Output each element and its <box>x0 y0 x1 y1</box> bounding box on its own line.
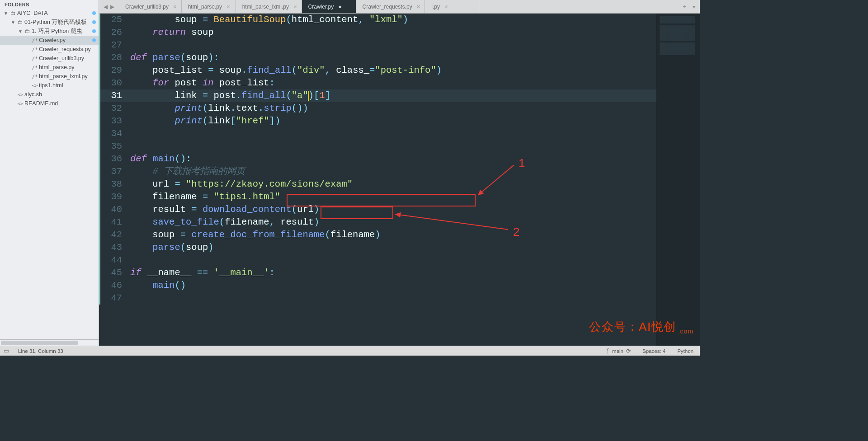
code-line[interactable]: main() <box>128 279 656 292</box>
code-line[interactable]: # 下载报考指南的网页 <box>128 165 656 178</box>
indent-setting[interactable]: Spaces: 4 <box>640 348 668 354</box>
dirty-dot-icon <box>92 29 96 33</box>
line-number[interactable]: 29 <box>100 64 128 77</box>
code-line[interactable]: post_list = soup.find_all("div", class_=… <box>128 64 656 77</box>
file-icon: /* <box>31 65 39 70</box>
code-line[interactable] <box>128 140 656 153</box>
code-line[interactable] <box>128 127 656 140</box>
sidebar-hscrollbar[interactable] <box>0 339 99 346</box>
tab[interactable]: Crawler_requests.py× <box>356 0 425 13</box>
tab-label: Crawler_requests.py <box>363 4 412 10</box>
tab-close-icon[interactable]: × <box>226 3 230 10</box>
code-line[interactable]: if __name__ == '__main__': <box>128 267 656 279</box>
editor[interactable]: 25 soup = BeautifulSoup(html_content, "l… <box>99 14 700 346</box>
line-number[interactable]: 34 <box>100 127 128 140</box>
tab-close-icon[interactable]: × <box>417 3 420 10</box>
tab-history-nav[interactable]: ◀ ▶ <box>99 0 119 13</box>
tree-file[interactable]: /*Crawler.py <box>0 36 99 45</box>
code-line[interactable]: print(link.text.strip()) <box>128 102 656 115</box>
line-number[interactable]: 25 <box>100 14 128 26</box>
tree-file[interactable]: /*Crawler_urllib3.py <box>0 54 99 63</box>
tab-close-icon[interactable]: × <box>173 3 177 10</box>
nav-forward-icon[interactable]: ▶ <box>110 4 114 10</box>
tree-file[interactable]: <>README.md <box>0 99 99 108</box>
tab[interactable]: html_parse.py× <box>182 0 236 13</box>
line-number[interactable]: 39 <box>100 191 128 203</box>
tab-menu-icon[interactable]: ▾ <box>693 4 695 10</box>
code-line[interactable]: return soup <box>128 26 656 39</box>
sidebar: FOLDERS ▼🗀AIYC_DATA▼🗀01-Python 万能代码模板▼🗀1… <box>0 0 99 346</box>
line-number[interactable]: 35 <box>100 140 128 153</box>
code-line[interactable] <box>128 254 656 267</box>
tree-item-label: tips1.html <box>39 82 96 89</box>
line-number[interactable]: 46 <box>100 279 128 292</box>
nav-back-icon[interactable]: ◀ <box>104 4 108 10</box>
dirty-dot-icon <box>92 11 96 15</box>
tab-dirty-icon[interactable]: ● <box>338 3 342 10</box>
line-number[interactable]: 32 <box>100 102 128 115</box>
tab[interactable]: Crawler_urllib3.py× <box>119 0 182 13</box>
tree-file[interactable]: /*html_parse_lxml.py <box>0 72 99 81</box>
tree-file[interactable]: /*Crawler_requests.py <box>0 45 99 54</box>
line-number[interactable]: 38 <box>100 178 128 191</box>
code-line[interactable]: save_to_file(filename, result) <box>128 216 656 229</box>
tree-folder[interactable]: ▼🗀AIYC_DATA <box>0 9 99 18</box>
tab-label: l.py <box>431 4 440 10</box>
line-number[interactable]: 37 <box>100 165 128 178</box>
new-tab-icon[interactable]: ＋ <box>682 3 687 10</box>
disclosure-icon[interactable]: ▼ <box>17 29 24 34</box>
minimap[interactable] <box>656 14 700 346</box>
menu-icon[interactable]: ▭ <box>4 347 9 354</box>
code-line[interactable]: link = post.find_all("a")[1] <box>128 89 656 102</box>
line-number[interactable]: 43 <box>100 241 128 254</box>
code-line[interactable]: def main(): <box>128 153 656 165</box>
tree-file[interactable]: /*html_parse.py <box>0 63 99 72</box>
code-line[interactable] <box>128 39 656 52</box>
line-number[interactable]: 26 <box>100 26 128 39</box>
tree-item-label: html_parse.py <box>39 64 96 70</box>
tab-close-icon[interactable]: × <box>293 3 297 10</box>
tree-file[interactable]: <>tips1.html <box>0 81 99 90</box>
line-number[interactable]: 45 <box>100 267 128 279</box>
code-line[interactable]: soup = create_doc_from_filename(filename… <box>128 229 656 241</box>
tab[interactable]: l.py× <box>425 0 479 13</box>
code-line[interactable]: result = download_content(url) <box>128 203 656 216</box>
code-line[interactable]: url = "https://zkaoy.com/sions/exam" <box>128 178 656 191</box>
tree-file[interactable]: <>aiyc.sh <box>0 90 99 99</box>
tree-folder[interactable]: ▼🗀01-Python 万能代码模板 <box>0 18 99 27</box>
code-line[interactable]: filename = "tips1.html" <box>128 191 656 203</box>
syntax-language[interactable]: Python <box>675 348 696 354</box>
line-number[interactable]: 36 <box>100 153 128 165</box>
watermark: 公众号：AI悦创.com <box>589 319 693 335</box>
folder-tree[interactable]: ▼🗀AIYC_DATA▼🗀01-Python 万能代码模板▼🗀1. 巧用 Pyt… <box>0 9 99 339</box>
file-icon: /* <box>31 38 39 43</box>
code-line[interactable]: def parse(soup): <box>128 52 656 64</box>
tree-item-label: html_parse_lxml.py <box>39 73 96 80</box>
line-number[interactable]: 33 <box>100 115 128 127</box>
line-number[interactable]: 30 <box>100 77 128 89</box>
line-number[interactable]: 40 <box>100 203 128 216</box>
tab[interactable]: html_parse_lxml.py× <box>236 0 302 13</box>
code-line[interactable]: for post in post_list: <box>128 77 656 89</box>
git-branch[interactable]: ᚶ main ⟳ <box>603 347 633 355</box>
tree-folder[interactable]: ▼🗀1. 巧用 Python 爬虫, <box>0 27 99 36</box>
line-number[interactable]: 47 <box>100 292 128 305</box>
line-number[interactable]: 41 <box>100 216 128 229</box>
line-number[interactable]: 27 <box>100 39 128 52</box>
tab-label: Crawler_urllib3.py <box>125 4 169 10</box>
tab[interactable]: Crawler.py● <box>302 0 356 13</box>
code-line[interactable]: soup = BeautifulSoup(html_content, "lxml… <box>128 14 656 26</box>
line-number[interactable]: 28 <box>100 52 128 64</box>
line-number[interactable]: 42 <box>100 229 128 241</box>
line-number[interactable]: 44 <box>100 254 128 267</box>
tab-close-icon[interactable]: × <box>444 3 448 10</box>
disclosure-icon[interactable]: ▼ <box>10 20 16 25</box>
code-line[interactable] <box>128 292 656 305</box>
tree-item-label: 1. 巧用 Python 爬虫, <box>32 28 90 35</box>
cursor-position[interactable]: Line 31, Column 33 <box>15 348 66 354</box>
folder-icon: 🗀 <box>16 19 24 25</box>
code-line[interactable]: parse(soup) <box>128 241 656 254</box>
disclosure-icon[interactable]: ▼ <box>3 11 9 16</box>
line-number[interactable]: 31 <box>100 89 128 102</box>
code-line[interactable]: print(link["href"]) <box>128 115 656 127</box>
